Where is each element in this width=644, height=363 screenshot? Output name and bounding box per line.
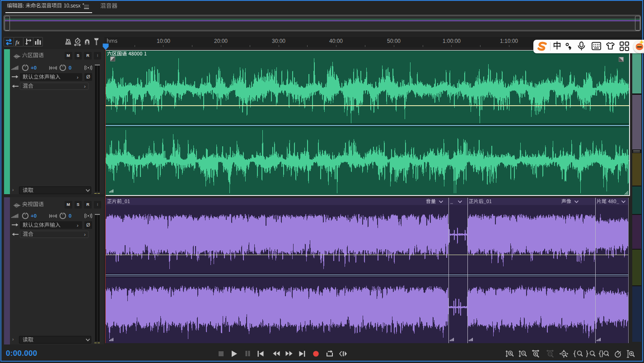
svg-text:fx: fx: [15, 38, 20, 45]
